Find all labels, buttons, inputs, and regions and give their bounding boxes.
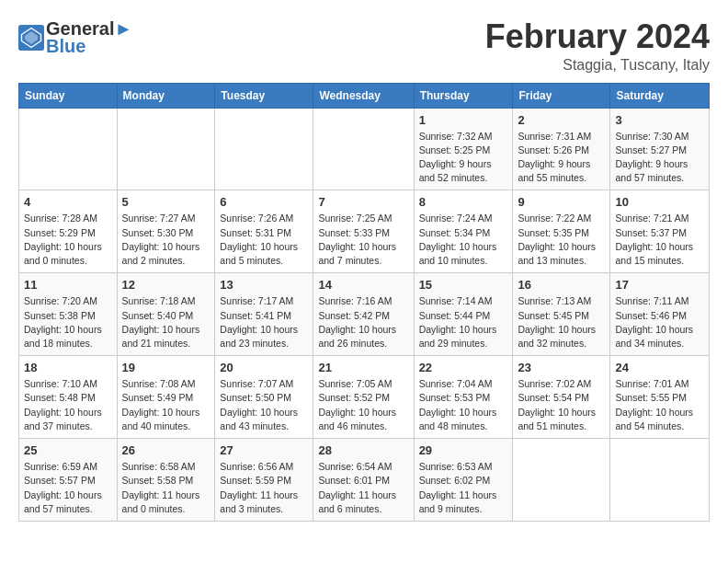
- calendar-table: SundayMondayTuesdayWednesdayThursdayFrid…: [18, 83, 710, 522]
- day-info: Sunrise: 7:28 AMSunset: 5:29 PMDaylight:…: [24, 212, 112, 268]
- day-number: 9: [518, 195, 605, 209]
- day-info: Sunrise: 7:27 AMSunset: 5:30 PMDaylight:…: [122, 212, 210, 268]
- calendar-cell: 19Sunrise: 7:08 AMSunset: 5:49 PMDayligh…: [117, 356, 215, 439]
- calendar-cell: [215, 108, 313, 190]
- day-info: Sunrise: 6:53 AMSunset: 6:02 PMDaylight:…: [419, 460, 508, 516]
- calendar-cell: 23Sunrise: 7:02 AMSunset: 5:54 PMDayligh…: [513, 356, 610, 439]
- logo-text: General► Blue: [46, 18, 132, 57]
- calendar-cell: 5Sunrise: 7:27 AMSunset: 5:30 PMDaylight…: [117, 190, 215, 273]
- weekday-header-row: SundayMondayTuesdayWednesdayThursdayFrid…: [19, 83, 710, 108]
- weekday-header-monday: Monday: [117, 83, 215, 108]
- title-area: February 2024 Staggia, Tuscany, Italy: [485, 18, 710, 74]
- calendar-cell: 17Sunrise: 7:11 AMSunset: 5:46 PMDayligh…: [610, 273, 710, 356]
- calendar-cell: 29Sunrise: 6:53 AMSunset: 6:02 PMDayligh…: [414, 439, 513, 522]
- day-number: 2: [518, 113, 605, 127]
- day-number: 13: [220, 278, 308, 292]
- day-number: 18: [24, 361, 112, 374]
- day-number: 3: [615, 113, 704, 127]
- day-number: 14: [318, 278, 408, 292]
- logo: General► Blue: [18, 18, 132, 57]
- week-row-2: 4Sunrise: 7:28 AMSunset: 5:29 PMDaylight…: [19, 190, 710, 273]
- calendar-cell: 15Sunrise: 7:14 AMSunset: 5:44 PMDayligh…: [414, 273, 513, 356]
- day-info: Sunrise: 6:59 AMSunset: 5:57 PMDaylight:…: [24, 460, 112, 516]
- calendar-cell: 20Sunrise: 7:07 AMSunset: 5:50 PMDayligh…: [215, 356, 313, 439]
- calendar-cell: 4Sunrise: 7:28 AMSunset: 5:29 PMDaylight…: [19, 190, 118, 273]
- day-number: 16: [518, 278, 605, 292]
- day-number: 19: [122, 361, 210, 374]
- day-number: 22: [419, 361, 508, 374]
- day-info: Sunrise: 7:20 AMSunset: 5:38 PMDaylight:…: [24, 294, 112, 350]
- calendar-cell: 10Sunrise: 7:21 AMSunset: 5:37 PMDayligh…: [610, 190, 710, 273]
- calendar-cell: [117, 108, 215, 190]
- calendar-cell: 16Sunrise: 7:13 AMSunset: 5:45 PMDayligh…: [513, 273, 610, 356]
- calendar-cell: 21Sunrise: 7:05 AMSunset: 5:52 PMDayligh…: [313, 356, 414, 439]
- weekday-header-wednesday: Wednesday: [313, 83, 414, 108]
- day-info: Sunrise: 7:30 AMSunset: 5:27 PMDaylight:…: [615, 130, 704, 186]
- calendar-cell: 25Sunrise: 6:59 AMSunset: 5:57 PMDayligh…: [19, 439, 118, 522]
- day-info: Sunrise: 7:17 AMSunset: 5:41 PMDaylight:…: [220, 294, 308, 350]
- calendar-cell: 28Sunrise: 6:54 AMSunset: 6:01 PMDayligh…: [313, 439, 414, 522]
- weekday-header-saturday: Saturday: [610, 83, 710, 108]
- day-info: Sunrise: 7:07 AMSunset: 5:50 PMDaylight:…: [220, 377, 308, 433]
- day-info: Sunrise: 7:05 AMSunset: 5:52 PMDaylight:…: [318, 377, 408, 433]
- calendar-cell: 14Sunrise: 7:16 AMSunset: 5:42 PMDayligh…: [313, 273, 414, 356]
- page-header: General► Blue February 2024 Staggia, Tus…: [18, 18, 710, 74]
- day-number: 24: [615, 361, 704, 374]
- day-number: 1: [419, 113, 508, 127]
- day-number: 10: [615, 195, 704, 209]
- day-info: Sunrise: 7:01 AMSunset: 5:55 PMDaylight:…: [615, 377, 704, 433]
- day-info: Sunrise: 7:26 AMSunset: 5:31 PMDaylight:…: [220, 212, 308, 268]
- calendar-cell: [513, 439, 610, 522]
- day-number: 29: [419, 443, 508, 457]
- calendar-cell: 26Sunrise: 6:58 AMSunset: 5:58 PMDayligh…: [117, 439, 215, 522]
- day-info: Sunrise: 7:02 AMSunset: 5:54 PMDaylight:…: [518, 377, 605, 433]
- day-info: Sunrise: 7:10 AMSunset: 5:48 PMDaylight:…: [24, 377, 112, 433]
- calendar-cell: 1Sunrise: 7:32 AMSunset: 5:25 PMDaylight…: [414, 108, 513, 190]
- day-number: 6: [220, 195, 308, 209]
- day-number: 4: [24, 195, 112, 209]
- day-number: 12: [122, 278, 210, 292]
- calendar-cell: 18Sunrise: 7:10 AMSunset: 5:48 PMDayligh…: [19, 356, 118, 439]
- calendar-cell: 3Sunrise: 7:30 AMSunset: 5:27 PMDaylight…: [610, 108, 710, 190]
- calendar-cell: 13Sunrise: 7:17 AMSunset: 5:41 PMDayligh…: [215, 273, 313, 356]
- day-number: 27: [220, 443, 308, 457]
- calendar-cell: 2Sunrise: 7:31 AMSunset: 5:26 PMDaylight…: [513, 108, 610, 190]
- day-number: 20: [220, 361, 308, 374]
- weekday-header-friday: Friday: [513, 83, 610, 108]
- day-info: Sunrise: 7:14 AMSunset: 5:44 PMDaylight:…: [419, 294, 508, 350]
- day-number: 11: [24, 278, 112, 292]
- day-number: 7: [318, 195, 408, 209]
- day-number: 5: [122, 195, 210, 209]
- day-info: Sunrise: 6:58 AMSunset: 5:58 PMDaylight:…: [122, 460, 210, 516]
- day-number: 25: [24, 443, 112, 457]
- week-row-4: 18Sunrise: 7:10 AMSunset: 5:48 PMDayligh…: [19, 356, 710, 439]
- day-info: Sunrise: 7:11 AMSunset: 5:46 PMDaylight:…: [615, 294, 704, 350]
- week-row-5: 25Sunrise: 6:59 AMSunset: 5:57 PMDayligh…: [19, 439, 710, 522]
- weekday-header-tuesday: Tuesday: [215, 83, 313, 108]
- calendar-cell: 6Sunrise: 7:26 AMSunset: 5:31 PMDaylight…: [215, 190, 313, 273]
- calendar-cell: [19, 108, 118, 190]
- day-number: 8: [419, 195, 508, 209]
- day-number: 23: [518, 361, 605, 374]
- location-subtitle: Staggia, Tuscany, Italy: [485, 57, 710, 74]
- week-row-1: 1Sunrise: 7:32 AMSunset: 5:25 PMDaylight…: [19, 108, 710, 190]
- calendar-cell: 22Sunrise: 7:04 AMSunset: 5:53 PMDayligh…: [414, 356, 513, 439]
- day-info: Sunrise: 7:24 AMSunset: 5:34 PMDaylight:…: [419, 212, 508, 268]
- day-info: Sunrise: 7:04 AMSunset: 5:53 PMDaylight:…: [419, 377, 508, 433]
- day-info: Sunrise: 7:21 AMSunset: 5:37 PMDaylight:…: [615, 212, 704, 268]
- day-number: 28: [318, 443, 408, 457]
- day-info: Sunrise: 7:16 AMSunset: 5:42 PMDaylight:…: [318, 294, 408, 350]
- calendar-cell: [610, 439, 710, 522]
- day-number: 21: [318, 361, 408, 374]
- calendar-cell: 9Sunrise: 7:22 AMSunset: 5:35 PMDaylight…: [513, 190, 610, 273]
- calendar-cell: 11Sunrise: 7:20 AMSunset: 5:38 PMDayligh…: [19, 273, 118, 356]
- day-info: Sunrise: 7:32 AMSunset: 5:25 PMDaylight:…: [419, 130, 508, 186]
- logo-icon: [18, 25, 44, 51]
- day-info: Sunrise: 7:22 AMSunset: 5:35 PMDaylight:…: [518, 212, 605, 268]
- day-info: Sunrise: 7:13 AMSunset: 5:45 PMDaylight:…: [518, 294, 605, 350]
- day-number: 15: [419, 278, 508, 292]
- day-number: 26: [122, 443, 210, 457]
- day-info: Sunrise: 6:56 AMSunset: 5:59 PMDaylight:…: [220, 460, 308, 516]
- calendar-cell: [313, 108, 414, 190]
- calendar-cell: 12Sunrise: 7:18 AMSunset: 5:40 PMDayligh…: [117, 273, 215, 356]
